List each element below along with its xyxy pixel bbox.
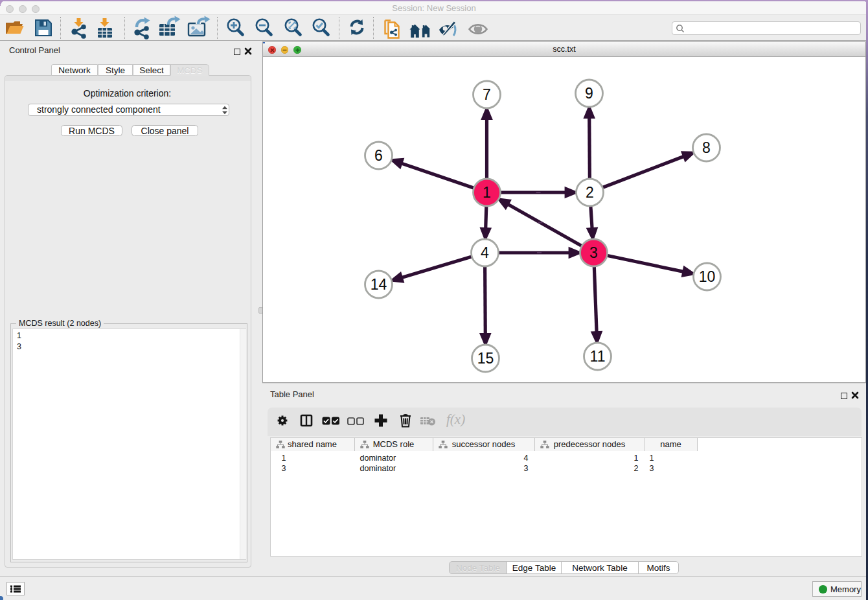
svg-text:4: 4 xyxy=(481,244,489,261)
svg-text:2: 2 xyxy=(586,184,594,201)
svg-text:1: 1 xyxy=(483,184,491,201)
svg-text:11: 11 xyxy=(589,348,605,365)
svg-text:14: 14 xyxy=(370,276,387,293)
svg-text:6: 6 xyxy=(374,147,383,164)
svg-text:9: 9 xyxy=(585,85,593,102)
svg-text:3: 3 xyxy=(589,244,598,261)
svg-text:7: 7 xyxy=(483,86,491,103)
svg-text:15: 15 xyxy=(477,350,494,367)
svg-text:10: 10 xyxy=(698,268,715,285)
svg-text:8: 8 xyxy=(702,139,711,156)
